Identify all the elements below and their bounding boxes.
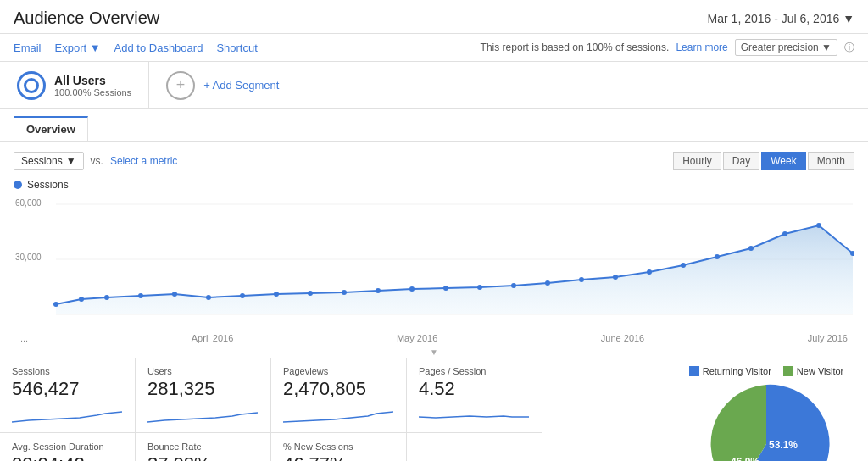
stat-avg-duration: Avg. Session Duration 00:04:42 xyxy=(0,433,136,461)
learn-more-link[interactable]: Learn more xyxy=(676,42,727,53)
stat-label-sessions: Sessions xyxy=(12,366,123,376)
stat-value-bounce: 37.08% xyxy=(147,453,259,461)
stat-value-pps: 4.52 xyxy=(419,378,530,400)
sparkline-pageviews xyxy=(283,405,394,427)
chart-scroll-handle[interactable]: ▼ xyxy=(430,347,438,357)
svg-point-25 xyxy=(681,263,686,268)
toolbar: Email Export ▼ Add to Dashboard Shortcut… xyxy=(0,34,868,62)
pie-legend-new: New Visitor xyxy=(783,366,843,376)
chart-svg: 60,000 30,000 xyxy=(14,196,854,331)
stat-label-pageviews: Pageviews xyxy=(283,366,394,376)
stat-label-users: Users xyxy=(147,366,259,376)
sparkline-pps xyxy=(419,405,530,427)
pie-label-returning: 53.1% xyxy=(769,439,798,451)
svg-point-16 xyxy=(376,288,381,293)
svg-point-9 xyxy=(138,293,143,298)
time-btn-month[interactable]: Month xyxy=(808,152,854,170)
select-metric[interactable]: Select a metric xyxy=(110,155,177,167)
time-btn-hourly[interactable]: Hourly xyxy=(673,152,721,170)
svg-point-27 xyxy=(748,246,754,251)
shortcut-button[interactable]: Shortcut xyxy=(216,42,257,54)
pie-slice-new xyxy=(711,385,766,461)
segment-sub: 100.00% Sessions xyxy=(54,87,131,97)
svg-point-24 xyxy=(647,269,652,275)
chart-x-labels: ... April 2016 May 2016 June 2016 July 2… xyxy=(14,331,854,343)
tab-overview[interactable]: Overview xyxy=(14,116,88,141)
svg-point-11 xyxy=(206,295,211,300)
stat-users: Users 281,325 xyxy=(136,358,271,433)
stat-value-sessions: 546,427 xyxy=(12,378,123,400)
pie-chart-section: Returning Visitor New Visitor 53.1% 46.9… xyxy=(665,358,868,461)
svg-text:30,000: 30,000 xyxy=(15,253,42,262)
svg-point-12 xyxy=(240,293,245,298)
report-info: This report is based on 100% of sessions… xyxy=(481,42,670,53)
metric-label: Sessions xyxy=(21,155,63,167)
chart-legend: Sessions xyxy=(14,179,854,191)
stat-label-duration: Avg. Session Duration xyxy=(12,442,123,452)
svg-point-7 xyxy=(79,297,84,302)
svg-point-15 xyxy=(342,290,347,295)
svg-point-20 xyxy=(511,283,516,288)
x-label-april: April 2016 xyxy=(192,333,234,343)
time-btn-day[interactable]: Day xyxy=(723,152,760,170)
segment-label: All Users xyxy=(54,74,131,87)
stats-grid: Sessions 546,427 Users 281,325 P xyxy=(0,358,665,461)
svg-point-21 xyxy=(545,280,550,286)
pie-legend-returning: Returning Visitor xyxy=(689,366,771,376)
new-visitor-label: New Visitor xyxy=(797,366,843,376)
svg-point-14 xyxy=(308,291,313,296)
x-label-start: ... xyxy=(20,333,28,343)
svg-point-26 xyxy=(715,254,720,259)
chart-container: 60,000 30,000 xyxy=(14,196,854,358)
stat-new-sessions: % New Sessions 46.77% xyxy=(271,433,407,461)
svg-text:60,000: 60,000 xyxy=(15,198,42,208)
x-label-june: June 2016 xyxy=(601,333,644,343)
segments-bar: All Users 100.00% Sessions + + Add Segme… xyxy=(0,62,868,109)
export-button[interactable]: Export ▼ xyxy=(55,42,101,54)
stat-bounce-rate: Bounce Rate 37.08% xyxy=(136,433,271,461)
stat-value-pageviews: 2,470,805 xyxy=(283,378,394,400)
stat-label-pps: Pages / Session xyxy=(419,366,530,376)
returning-color-dot xyxy=(689,366,699,376)
date-range[interactable]: Mar 1, 2016 - Jul 6, 2016 ▼ xyxy=(708,12,854,25)
svg-point-29 xyxy=(816,223,821,228)
svg-point-23 xyxy=(613,275,618,280)
stat-label-new-sessions: % New Sessions xyxy=(283,442,394,452)
vs-label: vs. xyxy=(91,155,103,167)
add-dashboard-button[interactable]: Add to Dashboard xyxy=(114,42,203,54)
precision-dropdown[interactable]: Greater precision ▼ xyxy=(735,39,837,56)
stat-sessions: Sessions 546,427 xyxy=(0,358,136,433)
svg-point-6 xyxy=(53,302,58,307)
svg-point-10 xyxy=(172,292,177,297)
svg-point-8 xyxy=(104,295,109,300)
legend-label: Sessions xyxy=(27,179,69,191)
x-label-july: July 2016 xyxy=(808,333,848,343)
time-btn-week[interactable]: Week xyxy=(761,152,805,170)
chart-controls: Sessions ▼ vs. Select a metric Hourly Da… xyxy=(14,152,854,170)
page-title: Audience Overview xyxy=(14,8,159,28)
bottom-area: Sessions 546,427 Users 281,325 P xyxy=(0,358,868,461)
pie-label-new: 46.9% xyxy=(731,456,760,461)
stat-value-new-sessions: 46.77% xyxy=(283,453,394,461)
metric-dropdown[interactable]: Sessions ▼ xyxy=(14,152,84,170)
all-users-segment: All Users 100.00% Sessions xyxy=(0,62,149,108)
svg-marker-5 xyxy=(56,225,853,314)
svg-point-17 xyxy=(409,286,415,292)
stat-label-bounce: Bounce Rate xyxy=(147,442,259,452)
email-button[interactable]: Email xyxy=(14,42,42,54)
svg-point-18 xyxy=(443,286,448,291)
time-buttons: Hourly Day Week Month xyxy=(673,152,854,170)
stat-value-users: 281,325 xyxy=(147,378,259,400)
pie-svg: 53.1% 46.9% xyxy=(698,376,834,461)
add-segment-circle: + xyxy=(166,71,195,100)
svg-point-19 xyxy=(477,285,482,290)
svg-point-22 xyxy=(579,277,584,282)
pie-legend: Returning Visitor New Visitor xyxy=(689,366,844,376)
add-segment-label: + Add Segment xyxy=(203,79,279,92)
svg-point-28 xyxy=(782,231,787,236)
returning-label: Returning Visitor xyxy=(703,366,771,376)
help-icon[interactable]: ⓘ xyxy=(844,41,854,55)
overview-tabs: Overview xyxy=(0,109,868,142)
stat-pageviews: Pageviews 2,470,805 xyxy=(271,358,407,433)
add-segment-button[interactable]: + + Add Segment xyxy=(149,62,296,108)
